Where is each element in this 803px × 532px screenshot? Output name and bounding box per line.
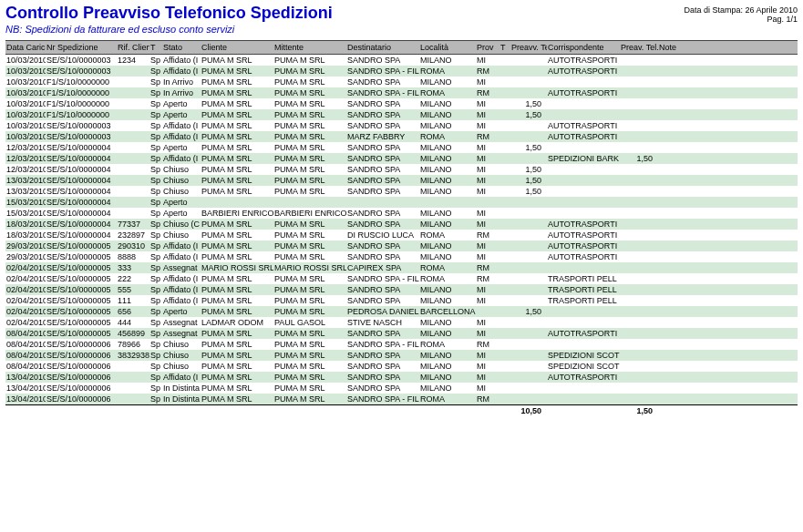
table-row: 10/03/2010F1/S/10/0000000SpApertoPUMA M … (5, 98, 798, 109)
col-header: Cliente (201, 41, 273, 55)
cell-preavv (510, 55, 547, 66)
cell-t: Sp (149, 383, 162, 394)
cell-data: 13/04/2010 (5, 394, 46, 405)
cell-rif: 290310 (117, 240, 149, 251)
cell-t2 (499, 142, 510, 153)
table-row: 08/04/2010SE/S/10/000000678966SpChiusoPU… (5, 339, 798, 350)
cell-loc: MILANO (419, 350, 476, 361)
cell-prov: RM (476, 230, 499, 240)
cell-t: Sp (149, 77, 162, 87)
cell-preavc (620, 350, 658, 361)
cell-mittente: PUMA M SRL (273, 164, 346, 175)
cell-rif (117, 153, 149, 164)
cell-t: Sp (149, 219, 162, 230)
cell-preavc (620, 317, 658, 328)
table-row: 18/03/2010SE/S/10/0000004232897SpChiusoP… (5, 230, 798, 240)
cell-preavv: 1,50 (510, 306, 547, 317)
cell-preavc (620, 284, 658, 295)
cell-loc (419, 197, 476, 208)
cell-corr (547, 77, 620, 87)
cell-stato: Aperto (162, 98, 201, 109)
cell-mittente: PUMA M SRL (273, 339, 346, 350)
cell-preavc (620, 339, 658, 350)
cell-corr (547, 262, 620, 273)
table-row: 12/03/2010SE/S/10/0000004SpApertoPUMA M … (5, 142, 798, 153)
cell-nr: SE/S/10/0000005 (46, 273, 117, 284)
cell-t: Sp (149, 197, 162, 208)
cell-dest: SANDRO SPA (346, 153, 419, 164)
cell-nr: F1/S/10/0000000 (46, 87, 117, 98)
cell-preavv (510, 208, 547, 219)
table-row: 08/04/2010SE/S/10/00000063832938SpChiuso… (5, 350, 798, 361)
cell-data: 08/04/2010 (5, 328, 46, 339)
cell-nr: SE/S/10/0000005 (46, 306, 117, 317)
cell-preavv (510, 372, 547, 383)
cell-dest: SANDRO SPA (346, 361, 419, 372)
cell-dest: SANDRO SPA (346, 109, 419, 120)
col-header: Prov (476, 41, 499, 55)
cell-dest: SANDRO SPA (346, 55, 419, 66)
cell-mittente: PUMA M SRL (273, 55, 346, 66)
cell-note (658, 284, 798, 295)
cell-preavc (620, 109, 658, 120)
cell-preavv (510, 262, 547, 273)
cell-cliente: PUMA M SRL (201, 219, 273, 230)
cell-data: 02/04/2010 (5, 306, 46, 317)
cell-loc: MILANO (419, 109, 476, 120)
cell-preavv (510, 153, 547, 164)
cell-mittente: PUMA M SRL (273, 109, 346, 120)
cell-t: Sp (149, 186, 162, 197)
cell-dest: SANDRO SPA (346, 77, 419, 87)
cell-t2 (499, 175, 510, 186)
cell-data: 15/03/2010 (5, 197, 46, 208)
cell-data: 15/03/2010 (5, 208, 46, 219)
cell-prov: MI (476, 372, 499, 383)
cell-t2 (499, 197, 510, 208)
cell-nr: F1/S/10/0000000 (46, 98, 117, 109)
cell-loc: MILANO (419, 240, 476, 251)
cell-stato: Affidato (I (162, 153, 201, 164)
cell-preavv (510, 251, 547, 262)
cell-prov: MI (476, 251, 499, 262)
col-header: Nr Spedizione (46, 41, 117, 55)
cell-t2 (499, 273, 510, 284)
cell-prov: RM (476, 262, 499, 273)
cell-mittente: PUMA M SRL (273, 98, 346, 109)
cell-stato: Affidato (I (162, 273, 201, 284)
cell-cliente: BARBIERI ENRICO (201, 208, 273, 219)
cell-preavc (620, 120, 658, 131)
cell-nr: SE/S/10/0000005 (46, 317, 117, 328)
cell-cliente: PUMA M SRL (201, 350, 273, 361)
cell-stato: Chiuso (C (162, 219, 201, 230)
cell-note (658, 394, 798, 405)
cell-loc: MILANO (419, 295, 476, 306)
cell-nr: SE/S/10/0000003 (46, 131, 117, 142)
cell-loc: MILANO (419, 142, 476, 153)
cell-preavv (510, 317, 547, 328)
cell-mittente: PAUL GASOL (273, 317, 346, 328)
cell-rif (117, 87, 149, 98)
cell-data: 02/04/2010 (5, 273, 46, 284)
cell-rif: 222 (117, 273, 149, 284)
cell-rif (117, 361, 149, 372)
cell-preavc (620, 251, 658, 262)
cell-stato: Chiuso (162, 164, 201, 175)
cell-cliente: PUMA M SRL (201, 186, 273, 197)
cell-data: 13/03/2010 (5, 186, 46, 197)
cell-prov (476, 197, 499, 208)
cell-note (658, 142, 798, 153)
cell-nr: SE/S/10/0000004 (46, 208, 117, 219)
cell-t2 (499, 295, 510, 306)
cell-preavv (510, 383, 547, 394)
cell-data: 02/04/2010 (5, 262, 46, 273)
cell-t: Sp (149, 131, 162, 142)
print-date: Data di Stampa: 26 Aprile 2010 (684, 5, 798, 15)
cell-cliente: PUMA M SRL (201, 98, 273, 109)
cell-prov: RM (476, 394, 499, 405)
cell-nr: SE/S/10/0000006 (46, 339, 117, 350)
cell-mittente: PUMA M SRL (273, 394, 346, 405)
cell-nr: SE/S/10/0000003 (46, 55, 117, 66)
cell-t2 (499, 262, 510, 273)
cell-rif (117, 131, 149, 142)
table-row: 02/04/2010SE/S/10/0000005111SpAffidato (… (5, 295, 798, 306)
